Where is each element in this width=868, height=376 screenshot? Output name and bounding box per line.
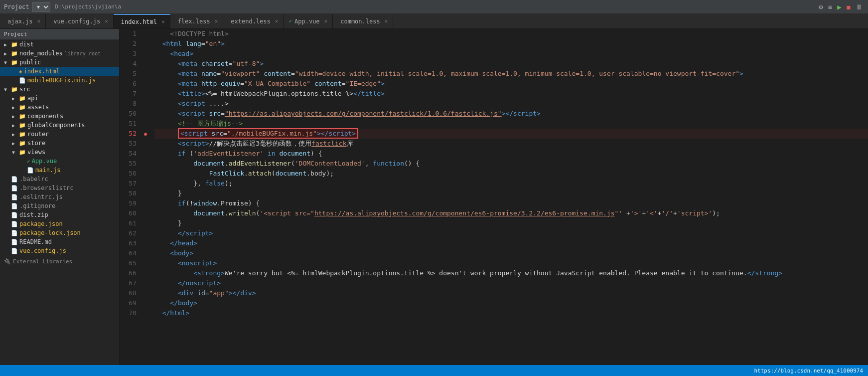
code-line-8: <script ....> (154, 99, 868, 109)
sidebar-item-vue-config-js[interactable]: 📄vue.config.js (0, 246, 119, 255)
sidebar-item-mobileBUGFix-min-js[interactable]: 📄mobileBUGFix.min.js (0, 76, 119, 85)
tab-close-ajax[interactable]: ✕ (37, 18, 41, 24)
sidebar-item-dist-zip[interactable]: 📄dist.zip (0, 210, 119, 219)
gutter-line-57 (141, 179, 150, 188)
tab-app-vue[interactable]: ✓App.vue✕ (284, 14, 333, 28)
code-line-3: <head> (154, 49, 868, 59)
tab-label-flex: flex.less (178, 18, 210, 25)
stop-icon[interactable]: ◼ (845, 2, 852, 12)
external-libs-label: External Libraries (13, 258, 72, 265)
tab-index[interactable]: index.html✕ (114, 14, 170, 28)
item-name: components (27, 113, 63, 120)
tab-vue-config[interactable]: vue.config.js✕ (46, 14, 114, 28)
tab-close-extend[interactable]: ✕ (275, 18, 279, 24)
line-number-57: 57 (120, 179, 141, 188)
pause-icon[interactable]: ⏸ (854, 2, 864, 12)
sidebar-item--gitignore[interactable]: 📄.gitignore (0, 201, 119, 210)
project-path: D:\projects\jvjian\a (55, 3, 121, 10)
item-name: src (19, 86, 30, 93)
line-number-65: 65 (120, 258, 141, 268)
tab-close-common[interactable]: ✕ (385, 18, 388, 24)
sidebar-item-README-md[interactable]: 📄README.md (0, 237, 119, 246)
code-line-67: </noscript> (154, 278, 868, 288)
gutter-line-58 (141, 188, 150, 198)
gutter-line-51 (141, 119, 150, 129)
item-badge: library root (65, 51, 101, 56)
sidebar-item-package-lock-json[interactable]: 📄package-lock.json (0, 228, 119, 237)
item-name: index.html (24, 68, 60, 75)
gutter-line-5 (141, 69, 150, 79)
tab-common[interactable]: common.less✕ (333, 14, 393, 28)
sidebar-item-main-js[interactable]: 📄main.js (0, 166, 119, 175)
sidebar-item-store[interactable]: ▶📁store (0, 139, 119, 148)
code-line-6: <meta http-equiv="X-UA-Compatible" conte… (154, 79, 868, 89)
tab-label-common: common.less (340, 18, 380, 25)
line-number-68: 68 (120, 288, 141, 298)
menu-icon[interactable]: ≡ (827, 2, 834, 12)
sidebar-item-globalComponents[interactable]: ▶📁globalComponents (0, 121, 119, 130)
arrow-src: ▼ (4, 87, 11, 92)
line-number-62: 62 (120, 228, 141, 238)
sidebar-item-components[interactable]: ▶📁components (0, 112, 119, 121)
sidebar-item-node-modules[interactable]: ▶📁node_moduleslibrary root (0, 49, 119, 58)
sidebar-item-views[interactable]: ▼📁views (0, 148, 119, 157)
tab-extend[interactable]: extend.less✕ (223, 14, 284, 28)
folder-icon: 📁 (11, 50, 18, 57)
gutter-line-55 (141, 159, 150, 169)
top-bar: Project ▾ D:\projects\jvjian\a ⚙ ≡ ▶ ◼ ⏸ (0, 0, 868, 14)
project-dropdown[interactable]: ▾ (32, 2, 50, 12)
tab-close-index[interactable]: ✕ (161, 18, 165, 25)
code-line-1: <!DOCTYPE html> (154, 29, 868, 39)
sidebar-item-App-vue[interactable]: ✓App.vue (0, 157, 119, 166)
sidebar-item-external-libs[interactable]: 🔌 External Libraries (0, 257, 119, 266)
sidebar-item-router[interactable]: ▶📁router (0, 130, 119, 139)
tab-label-vue-config: vue.config.js (53, 18, 100, 25)
code-line-50: <script src="https://as.alipayobjects.co… (154, 109, 868, 119)
line-number-69: 69 (120, 298, 141, 308)
gutter-line-4 (141, 59, 150, 69)
sidebar-item--babelrc[interactable]: 📄.babelrc (0, 175, 119, 184)
tab-flex[interactable]: flex.less✕ (170, 14, 224, 28)
tab-close-flex[interactable]: ✕ (215, 18, 218, 24)
gutter-line-6 (141, 79, 150, 89)
gutter-line-64 (141, 248, 150, 258)
sidebar-item-package-json[interactable]: 📄package.json (0, 219, 119, 228)
run-icon[interactable]: ▶ (836, 2, 843, 12)
sidebar-item--browserslistrc[interactable]: 📄.browserslistrc (0, 184, 119, 192)
file-icon: 📄 (11, 230, 18, 236)
line-number-50: 50 (120, 109, 141, 119)
sidebar-item--eslintrc-js[interactable]: 📄.eslintrc.js (0, 192, 119, 201)
sidebar-item-assets[interactable]: ▶📁assets (0, 103, 119, 112)
external-libs-icon: 🔌 (4, 258, 11, 265)
sidebar-item-api[interactable]: ▶📁api (0, 94, 119, 103)
sidebar-item-index-html[interactable]: ◈index.html (0, 67, 119, 76)
gutter-line-53 (141, 139, 150, 149)
sidebar-item-public[interactable]: ▼📁public (0, 58, 119, 67)
code-line-64: <body> (154, 248, 868, 258)
line-number-7: 7 (120, 89, 141, 99)
sidebar-item-dist[interactable]: ▶📁dist (0, 40, 119, 49)
tab-ajax[interactable]: ajax.js✕ (0, 14, 46, 28)
code-line-53: <script>//解决点击延迟3毫秒的函数，使用fastclick库 (154, 139, 868, 149)
settings-icon[interactable]: ⚙ (817, 2, 824, 12)
gutter-line-60 (141, 208, 150, 218)
line-number-64: 64 (120, 248, 141, 258)
project-label: Project (4, 3, 29, 10)
sidebar-tree: ▶📁dist▶📁node_moduleslibrary root▼📁public… (0, 40, 119, 255)
tab-close-app-vue[interactable]: ✕ (324, 18, 328, 24)
tab-close-vue-config[interactable]: ✕ (105, 18, 108, 24)
file-icon: 📄 (11, 248, 18, 254)
line-number-3: 3 (120, 49, 141, 59)
file-icon: 📄 (11, 221, 18, 227)
line-number-60: 60 (120, 208, 141, 218)
code-line-66: <strong>We're sorry but <%= htmlWebpackP… (154, 268, 868, 278)
gutter-line-63 (141, 238, 150, 248)
editor[interactable]: 1234567850515253545556575859606162636465… (120, 29, 868, 365)
sidebar-item-src[interactable]: ▼📁src (0, 85, 119, 94)
sidebar-header[interactable]: Project (0, 29, 119, 40)
file-icon: 📄 (11, 239, 18, 245)
code-line-57: }, false); (154, 179, 868, 188)
item-name: node_modules (19, 50, 63, 57)
line-number-63: 63 (120, 238, 141, 248)
folder-icon: 📁 (19, 95, 26, 102)
